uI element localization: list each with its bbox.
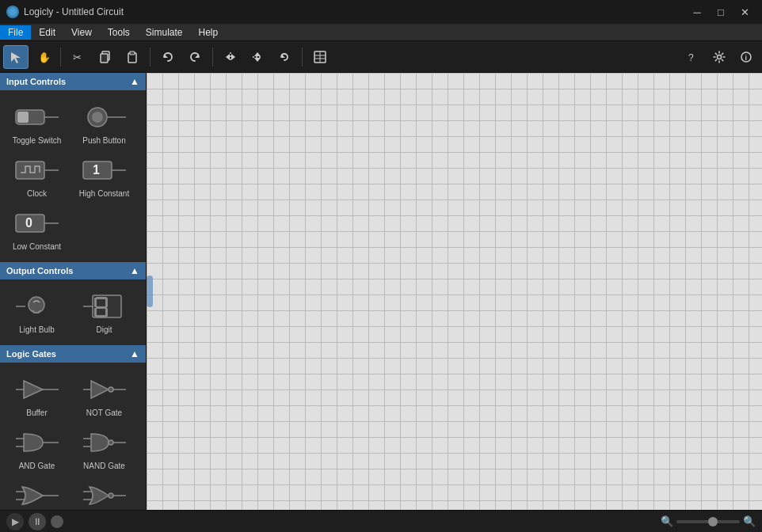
- push-button-label: Push Button: [82, 136, 125, 145]
- clock-item[interactable]: Clock: [3, 150, 70, 203]
- info-button[interactable]: i: [733, 45, 759, 69]
- redo-button[interactable]: [182, 45, 208, 69]
- grid-canvas: [147, 73, 762, 510]
- nand-gate-item[interactable]: NAND Gate: [70, 422, 138, 475]
- svg-point-62: [109, 440, 113, 445]
- menu-help[interactable]: Help: [191, 25, 227, 40]
- menu-edit[interactable]: Edit: [31, 25, 63, 40]
- toggle-switch-item[interactable]: Toggle Switch: [3, 97, 70, 150]
- help-button[interactable]: ?: [680, 45, 705, 69]
- nor-gate-icon: [81, 480, 128, 510]
- app-title: Logicly - Untitled Circuit: [24, 6, 124, 17]
- title-bar-controls: ─ □ ✕: [686, 4, 756, 20]
- paste-button[interactable]: [120, 45, 145, 69]
- or-gate-icon: [13, 480, 61, 510]
- buffer-item[interactable]: Buffer: [3, 369, 70, 422]
- svg-rect-47: [105, 298, 108, 307]
- svg-point-28: [92, 112, 103, 123]
- and-gate-icon: [13, 427, 61, 458]
- cut-icon: ✂: [72, 51, 85, 63]
- toggle-switch-label: Toggle Switch: [13, 136, 62, 145]
- title-bar-left: Logicly - Untitled Circuit: [6, 6, 124, 18]
- buffer-icon: [13, 374, 61, 405]
- menu-file[interactable]: File: [0, 25, 31, 40]
- zoom-out-icon[interactable]: 🔍: [661, 515, 673, 527]
- svg-marker-7: [164, 54, 168, 58]
- title-bar: Logicly - Untitled Circuit ─ □ ✕: [0, 0, 762, 24]
- input-controls-collapse[interactable]: ▲: [130, 76, 139, 87]
- menu-simulate[interactable]: Simulate: [138, 25, 191, 40]
- nor-gate-item[interactable]: NOR Gate: [70, 475, 138, 510]
- svg-text:✂: ✂: [73, 51, 82, 63]
- gear-icon: [713, 51, 726, 63]
- maximize-button[interactable]: □: [710, 4, 732, 20]
- push-button-icon: [81, 101, 128, 133]
- pause-button[interactable]: ⏸: [29, 513, 46, 530]
- paste-icon: [126, 51, 139, 63]
- low-constant-icon: 0: [13, 207, 61, 239]
- high-constant-item[interactable]: 1 High Constant: [70, 150, 138, 203]
- redo-icon: [189, 51, 201, 63]
- digit-item[interactable]: Digit: [70, 286, 138, 339]
- pan-tool-button[interactable]: ✋: [30, 45, 55, 69]
- zoom-slider[interactable]: [676, 520, 740, 523]
- svg-marker-8: [195, 54, 199, 58]
- copy-button[interactable]: [93, 45, 118, 69]
- toolbar-sep-2: [150, 48, 150, 66]
- output-controls-header[interactable]: Output Controls ▲: [0, 262, 146, 279]
- undo-button[interactable]: [155, 45, 181, 69]
- logic-gates-collapse[interactable]: ▲: [130, 348, 139, 359]
- rotate-button[interactable]: [272, 45, 297, 69]
- zoom-thumb: [708, 517, 718, 526]
- svg-marker-10: [226, 54, 230, 60]
- truth-table-button[interactable]: [307, 45, 333, 69]
- output-controls-collapse[interactable]: ▲: [130, 265, 139, 276]
- select-tool-button[interactable]: [3, 45, 29, 69]
- settings-button[interactable]: [707, 45, 732, 69]
- info-icon: i: [740, 51, 752, 63]
- toggle-switch-icon: [13, 101, 61, 133]
- minimize-button[interactable]: ─: [686, 4, 708, 20]
- output-controls-content: Light Bulb: [0, 279, 146, 345]
- status-indicator: [51, 515, 63, 528]
- close-button[interactable]: ✕: [733, 4, 756, 20]
- light-bulb-icon: [13, 291, 61, 322]
- svg-marker-51: [24, 381, 43, 398]
- low-constant-label: Low Constant: [13, 242, 61, 251]
- svg-rect-45: [96, 315, 107, 317]
- toolbar-sep-3: [212, 48, 213, 66]
- output-controls-label: Output Controls: [6, 266, 73, 276]
- or-gate-item[interactable]: OR Gate: [3, 475, 70, 510]
- truth-table-icon: [314, 51, 326, 63]
- svg-rect-25: [17, 112, 29, 123]
- svg-point-39: [29, 297, 44, 313]
- high-constant-icon: 1: [81, 154, 128, 186]
- clock-icon: [13, 154, 61, 186]
- flip-v-button[interactable]: [245, 45, 270, 69]
- svg-text:i: i: [745, 54, 748, 62]
- canvas-area[interactable]: [147, 73, 762, 510]
- help-icon: ?: [686, 51, 699, 63]
- input-controls-header[interactable]: Input Controls ▲: [0, 73, 146, 90]
- flip-h-button[interactable]: [218, 45, 243, 69]
- not-gate-item[interactable]: NOT Gate: [70, 369, 138, 422]
- svg-marker-0: [11, 52, 21, 63]
- main-area: Input Controls ▲ Toggle Switch: [0, 73, 762, 510]
- menu-view[interactable]: View: [63, 25, 100, 40]
- svg-text:1: 1: [93, 163, 100, 177]
- push-button-item[interactable]: Push Button: [70, 97, 138, 150]
- digit-label: Digit: [96, 325, 112, 334]
- light-bulb-item[interactable]: Light Bulb: [3, 286, 70, 339]
- copy-icon: [99, 51, 112, 63]
- nand-gate-label: NAND Gate: [83, 462, 125, 470]
- canvas-scroll-handle[interactable]: [147, 276, 153, 307]
- and-gate-label: AND Gate: [19, 462, 55, 470]
- low-constant-item[interactable]: 0 Low Constant: [3, 203, 70, 256]
- menu-tools[interactable]: Tools: [100, 25, 138, 40]
- zoom-in-icon[interactable]: 🔍: [743, 515, 756, 527]
- svg-marker-11: [231, 54, 235, 60]
- play-button[interactable]: ▶: [6, 513, 24, 530]
- and-gate-item[interactable]: AND Gate: [3, 422, 70, 475]
- cut-button[interactable]: ✂: [66, 45, 91, 69]
- logic-gates-header[interactable]: Logic Gates ▲: [0, 345, 146, 363]
